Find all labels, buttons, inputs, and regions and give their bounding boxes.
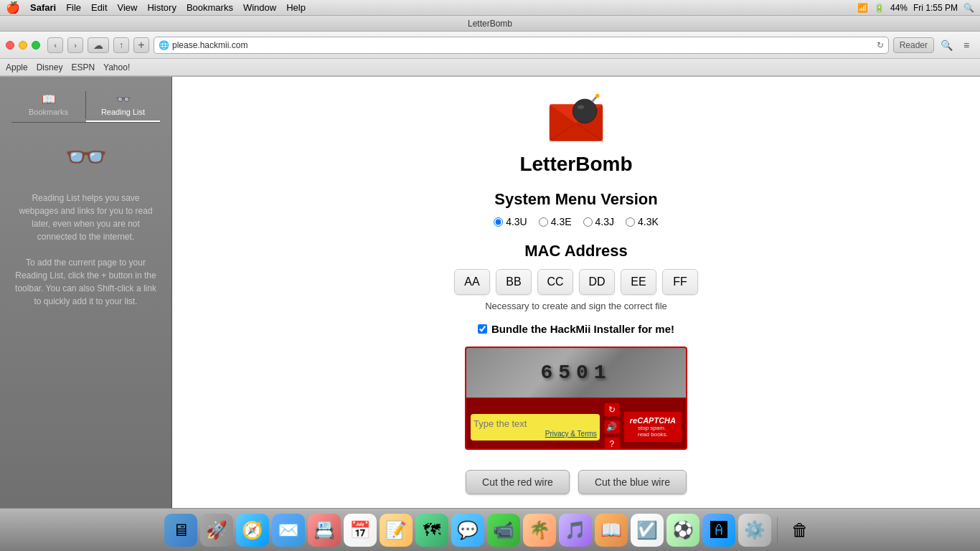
menu-view[interactable]: View	[118, 2, 138, 13]
sidebar-instructions: To add the current page to your Reading …	[11, 256, 160, 308]
dock-mail[interactable]: ✉️	[272, 514, 305, 547]
mac-address-title: MAC Address	[524, 242, 627, 260]
menu-bar: 🍎 Safari File Edit View History Bookmark…	[0, 0, 980, 16]
captcha-controls: ↻ 🔊 ?	[604, 402, 620, 450]
dock-messages[interactable]: 💬	[451, 514, 484, 547]
bookmark-espn[interactable]: ESPN	[71, 62, 95, 72]
recaptcha-tagline: stop spam.read books.	[638, 425, 668, 438]
menu-bookmarks[interactable]: Bookmarks	[187, 2, 233, 13]
maximize-button[interactable]	[32, 41, 40, 50]
glasses-illustration: 👓	[65, 137, 108, 177]
bookmarks-bar: Apple Disney ESPN Yahoo!	[0, 59, 980, 76]
captcha-bottom: Privacy & Terms ↻ 🔊 ? reCAPTCHA stop spa…	[466, 398, 686, 450]
close-button[interactable]	[6, 41, 14, 50]
search-button[interactable]: 🔍	[938, 37, 954, 53]
bookmarks-icon: 📖	[42, 93, 56, 106]
dock-safari[interactable]: 🧭	[236, 514, 269, 547]
menu-file[interactable]: File	[66, 2, 81, 13]
captcha-image: 6501	[466, 348, 686, 398]
dock-calendar[interactable]: 📅	[344, 514, 377, 547]
action-buttons: Cut the red wire Cut the blue wire	[466, 470, 687, 494]
mac-field-6[interactable]	[662, 269, 698, 295]
recaptcha-brand: reCAPTCHA	[630, 416, 676, 425]
sidebar-description: Reading List helps you save webpages and…	[11, 192, 160, 243]
sidebar: 📖 Bookmarks 👓 Reading List 👓 Reading Lis…	[0, 77, 172, 509]
mac-field-2[interactable]	[496, 269, 532, 295]
minimize-button[interactable]	[19, 41, 27, 50]
radio-43u[interactable]: 4.3U	[494, 216, 527, 227]
secure-icon: 🌐	[159, 40, 169, 50]
captcha-privacy[interactable]: Privacy & Terms	[473, 430, 597, 438]
tab-bookmarks[interactable]: 📖 Bookmarks	[11, 88, 85, 122]
bundle-label: Bundle the HackMii Installer for me!	[491, 323, 674, 335]
captcha-input-area: Privacy & Terms	[471, 414, 600, 441]
radio-43j[interactable]: 4.3J	[583, 216, 614, 227]
svg-point-7	[578, 105, 584, 110]
search-icon[interactable]: 🔍	[963, 3, 974, 13]
menu-help[interactable]: Help	[286, 2, 306, 13]
mac-field-3[interactable]	[537, 269, 573, 295]
dock-app-store[interactable]: 🅰	[702, 514, 735, 547]
version-radio-group: 4.3U 4.3E 4.3J 4.3K	[494, 216, 659, 227]
bundle-checkbox-row[interactable]: Bundle the HackMii Installer for me!	[478, 323, 674, 335]
battery-icon: 🔋	[874, 3, 885, 13]
battery-percent: 44%	[890, 3, 908, 13]
share-button[interactable]: ↑	[113, 37, 129, 53]
recaptcha-logo: reCAPTCHA stop spam.read books.	[624, 412, 682, 442]
system-menu-title: System Menu Version	[494, 190, 657, 209]
dock-reminders[interactable]: ☑️	[631, 514, 664, 547]
tabs-button[interactable]: ≡	[958, 37, 974, 53]
apple-menu[interactable]: 🍎	[6, 1, 20, 14]
dock-address-book[interactable]: 📇	[308, 514, 341, 547]
dock-system-preferences[interactable]: ⚙️	[738, 514, 771, 547]
dock-maps[interactable]: 🗺	[415, 514, 448, 547]
bookmark-yahoo[interactable]: Yahoo!	[103, 62, 130, 72]
dock-launchpad[interactable]: 🚀	[200, 514, 233, 547]
forward-button[interactable]: ›	[67, 37, 83, 53]
dock-separator	[777, 517, 778, 543]
radio-43e[interactable]: 4.3E	[539, 216, 572, 227]
back-button[interactable]: ‹	[47, 37, 63, 53]
bundle-checkbox[interactable]	[478, 324, 487, 334]
radio-43k[interactable]: 4.3K	[626, 216, 659, 227]
mac-field-1[interactable]	[454, 269, 490, 295]
cut-blue-wire-button[interactable]: Cut the blue wire	[578, 470, 687, 494]
captcha-refresh-btn[interactable]: ↻	[604, 402, 620, 417]
svg-point-4	[573, 99, 596, 123]
url-display[interactable]: please.hackmii.com	[172, 40, 874, 50]
toolbar: ‹ › ☁ ↑ + 🌐 please.hackmii.com ↻ Reader …	[0, 32, 980, 59]
dock-photos[interactable]: 🌴	[523, 514, 556, 547]
dock-facetime[interactable]: 📹	[487, 514, 520, 547]
wifi-icon: 📶	[857, 3, 868, 13]
menu-history[interactable]: History	[147, 2, 176, 13]
dock: 🖥 🚀 🧭 ✉️ 📇 📅 📝 🗺 💬 📹 🌴 🎵 📖 ☑️ ⚽ 🅰	[0, 508, 980, 551]
mac-hint: Necessary to create and sign the correct…	[485, 301, 667, 311]
refresh-icon[interactable]: ↻	[877, 40, 884, 50]
bookmark-apple[interactable]: Apple	[6, 62, 28, 72]
page-title-bar: LetterBomb	[468, 19, 512, 29]
mac-field-5[interactable]	[621, 269, 656, 295]
captcha-audio-btn[interactable]: 🔊	[604, 420, 620, 434]
menu-window[interactable]: Window	[243, 2, 276, 13]
browser-chrome: LetterBomb ‹ › ☁ ↑ + 🌐 please.hackmii.co…	[0, 16, 980, 77]
tab-reading-list[interactable]: 👓 Reading List	[86, 88, 160, 122]
dock-itunes[interactable]: 🎵	[559, 514, 592, 547]
dock-trash[interactable]: 🗑	[783, 514, 816, 547]
captcha-help-btn[interactable]: ?	[604, 437, 620, 450]
sidebar-tabs: 📖 Bookmarks 👓 Reading List	[11, 88, 160, 123]
menu-safari[interactable]: Safari	[30, 2, 56, 13]
menu-edit[interactable]: Edit	[91, 2, 107, 13]
reader-button[interactable]: Reader	[893, 37, 934, 53]
bookmark-disney[interactable]: Disney	[37, 62, 63, 72]
dock-finder[interactable]: 🖥	[164, 514, 197, 547]
cut-red-wire-button[interactable]: Cut the red wire	[466, 470, 570, 494]
address-bar-container[interactable]: 🌐 please.hackmii.com ↻	[154, 37, 889, 54]
dock-ibooks[interactable]: 📖	[595, 514, 628, 547]
add-bookmark-button[interactable]: +	[133, 37, 149, 53]
icloud-button[interactable]: ☁	[88, 37, 109, 53]
dock-game-center[interactable]: ⚽	[666, 514, 699, 547]
mac-field-4[interactable]	[579, 269, 615, 295]
letterbomb-logo	[544, 91, 608, 144]
dock-notes[interactable]: 📝	[380, 514, 413, 547]
captcha-input[interactable]	[473, 418, 597, 429]
